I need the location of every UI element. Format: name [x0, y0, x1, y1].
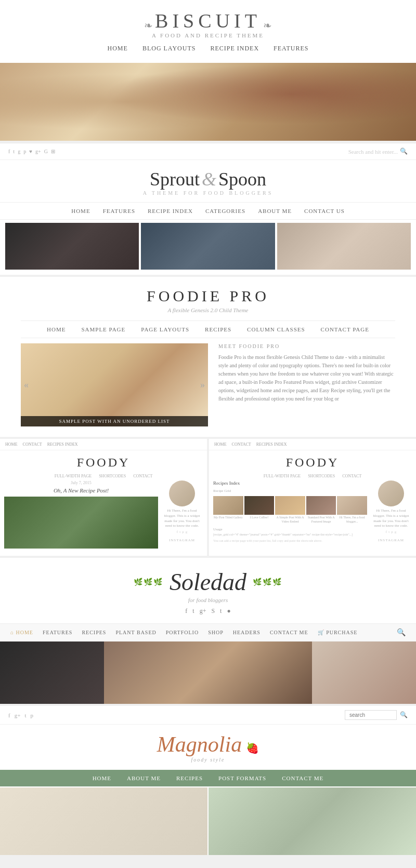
sprout-nav-contact-us[interactable]: CONTACT US [304, 208, 345, 214]
magnolia-nav-home[interactable]: HOME [93, 775, 111, 781]
foody-left-nav-contact[interactable]: CONTACT [23, 442, 42, 447]
facebook-icon[interactable]: f [8, 149, 10, 154]
magnolia-search-input[interactable] [345, 710, 397, 720]
sprout-nav-about-me[interactable]: ABOUT ME [258, 208, 292, 214]
soledad-nav-portfolio[interactable]: PORTFOLIO [166, 630, 199, 635]
foody-recipes-index-title: Recipes Index [213, 480, 367, 486]
biscuit-nav-features[interactable]: FEATURES [274, 45, 308, 52]
foody-right-subnav-contact[interactable]: CONTACT [342, 474, 361, 478]
foody-fb-icon[interactable]: f [177, 530, 178, 534]
foody-recipe-label-2: I Love Coffee! [244, 516, 275, 524]
magnolia-fb-icon[interactable]: f [8, 712, 10, 718]
sprout-nav-home[interactable]: HOME [71, 208, 90, 214]
foody-left-nav-home[interactable]: HOME [5, 442, 18, 447]
prev-button[interactable]: « [24, 380, 29, 391]
soledad-sc-icon[interactable]: S [211, 607, 215, 615]
magnolia-search-icon[interactable]: 🔍 [400, 711, 408, 719]
sprout-logo-title: Sprout & Spoon [0, 168, 416, 190]
sprout-nav-categories[interactable]: CATEGORIES [205, 208, 245, 214]
soledad-search-icon[interactable]: 🔍 [397, 628, 406, 637]
sprout-spoon-section: f t g p ♥ g+ G ⊞ Search and hit enter...… [0, 143, 416, 275]
foody-right-gp-icon[interactable]: g [395, 530, 397, 534]
foody-pi-icon[interactable]: p [182, 530, 184, 534]
pinterest-icon[interactable]: p [23, 149, 26, 154]
sprout-title-2: Spoon [218, 169, 266, 190]
foody-right-pi-icon[interactable]: p [391, 530, 393, 534]
foody-right-nav-recipes[interactable]: RECIPES INDEX [256, 442, 287, 447]
magnolia-hero-image-1 [0, 787, 207, 855]
foody-recipe-thumb-4 [306, 496, 336, 515]
next-button[interactable]: » [200, 380, 205, 391]
soledad-nav-headers[interactable]: HEADERS [233, 630, 261, 635]
foodie-pro-section: FOODIE PRO A flexible Genesis 2.0 Child … [0, 277, 416, 437]
foodie-nav-home[interactable]: HOME [47, 326, 66, 332]
foody-tw-icon[interactable]: t [179, 530, 180, 534]
search-icon[interactable]: 🔍 [400, 148, 408, 155]
biscuit-nav-recipe-index[interactable]: RECIPE INDEX [210, 45, 259, 52]
instagram-icon[interactable]: g [18, 149, 20, 154]
foody-left-subnav: FULL-WIDTH PAGE SHORTCODES CONTACT [0, 472, 207, 480]
sprout-nav-recipe-index[interactable]: RECIPE INDEX [148, 208, 193, 214]
biscuit-nav-home[interactable]: HOME [108, 45, 128, 52]
sprout-image-2 [141, 223, 275, 270]
foodie-nav-sample-page[interactable]: SAMPLE PAGE [81, 326, 125, 332]
magnolia-pi-icon[interactable]: p [30, 712, 33, 718]
magnolia-section: f g+ t p 🔍 Magnolia 🍓 foody style HOME A… [0, 706, 416, 855]
magnolia-nav-post-formats[interactable]: POST FORMATS [218, 775, 266, 781]
biscuit-hero-overlay [0, 63, 416, 141]
foody-left-inner: July 7, 2015 Oh, A New Recipe Post! Hi T… [0, 480, 207, 556]
foody-right-avatar [378, 480, 404, 506]
magnolia-nav-about-me[interactable]: ABOUT ME [127, 775, 161, 781]
magnolia-tw-icon[interactable]: t [24, 712, 26, 718]
foody-right-topnav: HOME CONTACT RECIPES INDEX [209, 439, 416, 450]
foodie-nav-column-classes[interactable]: COLUMN CLASSES [247, 326, 305, 332]
foody-left-nav-recipes[interactable]: RECIPES INDEX [47, 442, 78, 447]
foody-social-icons: f t p g [161, 530, 203, 534]
twitter-icon[interactable]: t [13, 149, 15, 154]
soledad-in-icon[interactable]: t [220, 607, 222, 615]
foody-right-nav-home[interactable]: HOME [214, 442, 227, 447]
heart-icon[interactable]: ♥ [29, 149, 32, 154]
soledad-nav-recipes[interactable]: RECIPES [82, 630, 106, 635]
rss-icon[interactable]: ⊞ [51, 149, 55, 154]
magnolia-gp-icon[interactable]: g+ [15, 712, 21, 718]
soledad-fb-icon[interactable]: f [185, 607, 187, 615]
foody-right-title: FOODY [209, 450, 416, 472]
foody-right-nav-contact[interactable]: CONTACT [232, 442, 251, 447]
sprout-search-area[interactable]: Search and hit enter... 🔍 [348, 148, 408, 155]
biscuit-nav-blog-layouts[interactable]: BLOG LAYOUTS [142, 45, 196, 52]
soledad-nav-purchase[interactable]: 🛒 PURCHASE [318, 630, 358, 635]
foody-right-tw-icon[interactable]: t [388, 530, 389, 534]
soledad-gp-icon[interactable]: g+ [200, 607, 206, 615]
soledad-nav-plant-based[interactable]: PLANT BASED [115, 630, 156, 635]
soledad-dot-icon[interactable]: ● [227, 607, 230, 615]
sprout-nav-features[interactable]: FEATURES [103, 208, 135, 214]
foody-usage-detail: You can add a recipe page with your past… [213, 539, 367, 542]
soledad-tw-icon[interactable]: t [192, 607, 194, 615]
foody-left-subnav-fullwidth[interactable]: FULL-WIDTH PAGE [55, 474, 92, 478]
foodie-nav-recipes[interactable]: RECIPES [205, 326, 231, 332]
foody-left-subnav-contact[interactable]: CONTACT [133, 474, 152, 478]
foody-post-image [4, 497, 158, 549]
soledad-nav-features[interactable]: FEATURES [43, 630, 72, 635]
sprout-social-icons: f t g p ♥ g+ G ⊞ [8, 149, 55, 154]
bloglovin-icon[interactable]: G [44, 149, 48, 154]
foody-gp-icon[interactable]: g [186, 530, 188, 534]
magnolia-nav-recipes[interactable]: RECIPES [176, 775, 203, 781]
foodie-nav-contact-page[interactable]: CONTACT PAGE [321, 326, 369, 332]
soledad-title: Soledad [170, 568, 246, 596]
soledad-nav-shop[interactable]: SHOP [208, 630, 224, 635]
gplus-icon[interactable]: g+ [35, 149, 41, 154]
magnolia-nav-contact-me[interactable]: CONTACT ME [282, 775, 323, 781]
soledad-nav-contact-me[interactable]: CONTACT ME [270, 630, 308, 635]
foody-right-subnav-fullwidth[interactable]: FULL-WIDTH PAGE [264, 474, 301, 478]
magnolia-search[interactable]: 🔍 [345, 710, 408, 720]
foody-right-fb-icon[interactable]: f [386, 530, 387, 534]
soledad-nav-home[interactable]: ⌂ HOME [10, 630, 33, 635]
soledad-hero-image-2 [104, 642, 312, 704]
foody-left-subnav-shortcodes[interactable]: SHORTCODES [99, 474, 126, 478]
foody-side-col: Hi There, I'm a food blogger. This is a … [161, 480, 203, 552]
biscuit-swirl-left: ❧ [144, 20, 153, 31]
foody-right-subnav-shortcodes[interactable]: SHORTCODES [308, 474, 335, 478]
foodie-nav-page-layouts[interactable]: PAGE LAYOUTS [141, 326, 189, 332]
